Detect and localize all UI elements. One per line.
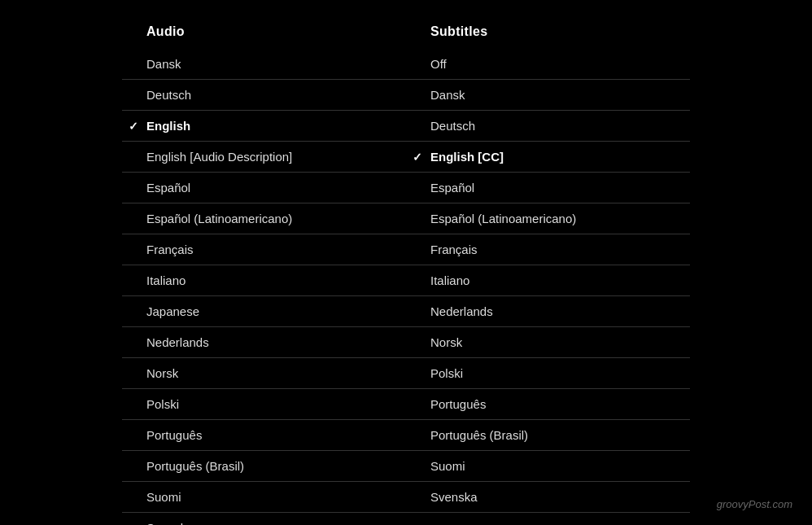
audio-list-item[interactable]: Norsk [122,358,406,389]
audio-item-label: English [Audio Description] [146,150,292,164]
watermark: groovyPost.com [717,498,792,510]
subtitles-item-label: Svenska [430,490,478,504]
subtitles-header: Subtitles [406,24,690,49]
audio-item-label: Deutsch [146,88,191,102]
subtitles-list-item[interactable]: Español (Latinoamericano) [406,203,690,234]
subtitles-item-label: Suomi [430,459,465,473]
subtitles-item-label: Italiano [430,273,469,287]
subtitles-list-item[interactable]: Português (Brasil) [406,420,690,451]
audio-list-item[interactable]: Dansk [122,49,406,80]
subtitles-list-item[interactable]: Português [406,389,690,420]
subtitles-item-label: Português (Brasil) [430,428,528,442]
audio-item-label: Español (Latinoamericano) [146,212,292,225]
subtitles-list-item[interactable]: ✓English [CC] [406,142,690,173]
subtitles-item-label: Français [430,243,478,256]
subtitles-list-item[interactable]: Français [406,234,690,265]
audio-item-label: Polski [146,397,179,411]
audio-item-label: Dansk [146,57,181,71]
subtitles-list-item[interactable]: Italiano [406,265,690,296]
subtitles-list-item[interactable]: Nederlands [406,296,690,327]
subtitles-item-label: Português [430,397,486,411]
audio-list-item[interactable]: Italiano [122,265,406,296]
audio-column: Audio DanskDeutsch✓EnglishEnglish [Audio… [122,24,406,501]
subtitles-list-item[interactable]: Polski [406,358,690,389]
subtitles-list-item[interactable]: Español [406,173,690,203]
audio-item-label: Suomi [146,490,181,504]
audio-list-item[interactable]: Japanese [122,296,406,327]
audio-list-item[interactable]: ✓English [122,111,406,142]
subtitles-item-label: English [CC] [430,150,504,164]
audio-list-item[interactable]: Polski [122,389,406,420]
audio-list-item[interactable]: Français [122,234,406,265]
audio-list-item[interactable]: Português [122,420,406,451]
audio-item-label: Norsk [146,366,178,380]
subtitles-item-label: Español (Latinoamericano) [430,212,576,225]
audio-item-label: Japanese [146,304,199,318]
subtitles-list-item[interactable]: Dansk [406,80,690,111]
subtitles-list-item[interactable]: Norsk [406,327,690,358]
audio-list-item[interactable]: Svenska [122,513,406,525]
audio-item-label: English [146,119,190,133]
subtitles-list-item[interactable]: Deutsch [406,111,690,142]
subtitles-list-item[interactable]: Svenska [406,482,690,513]
main-container: Audio DanskDeutsch✓EnglishEnglish [Audio… [0,0,812,525]
audio-list-item[interactable]: Español (Latinoamericano) [122,203,406,234]
audio-list-item[interactable]: Português (Brasil) [122,451,406,482]
audio-item-label: Português (Brasil) [146,459,244,473]
audio-item-label: Português [146,428,202,442]
subtitles-item-label: Deutsch [430,119,475,133]
audio-item-label: Svenska [146,521,194,525]
audio-header: Audio [122,24,406,49]
audio-item-label: Italiano [146,273,186,287]
audio-item-label: Español [146,181,190,195]
subtitles-list-item[interactable]: Suomi [406,451,690,482]
subtitles-list-item[interactable]: Off [406,49,690,80]
subtitles-list: OffDanskDeutsch✓English [CC]EspañolEspañ… [406,49,690,513]
subtitles-item-label: Nederlands [430,304,493,318]
subtitles-item-label: Off [430,57,447,71]
audio-list-item[interactable]: Deutsch [122,80,406,111]
audio-item-label: Français [146,243,194,256]
audio-list-item[interactable]: Nederlands [122,327,406,358]
checkmark-icon: ✓ [413,151,422,164]
audio-list-item[interactable]: English [Audio Description] [122,142,406,173]
subtitles-item-label: Dansk [430,88,465,102]
checkmark-icon: ✓ [129,120,138,133]
subtitles-column: Subtitles OffDanskDeutsch✓English [CC]Es… [406,24,690,501]
audio-list-item[interactable]: Suomi [122,482,406,513]
subtitles-item-label: Polski [430,366,463,380]
subtitles-item-label: Español [430,181,474,195]
subtitles-item-label: Norsk [430,335,462,349]
audio-list: DanskDeutsch✓EnglishEnglish [Audio Descr… [122,49,406,525]
audio-item-label: Nederlands [146,335,209,349]
audio-list-item[interactable]: Español [122,173,406,203]
